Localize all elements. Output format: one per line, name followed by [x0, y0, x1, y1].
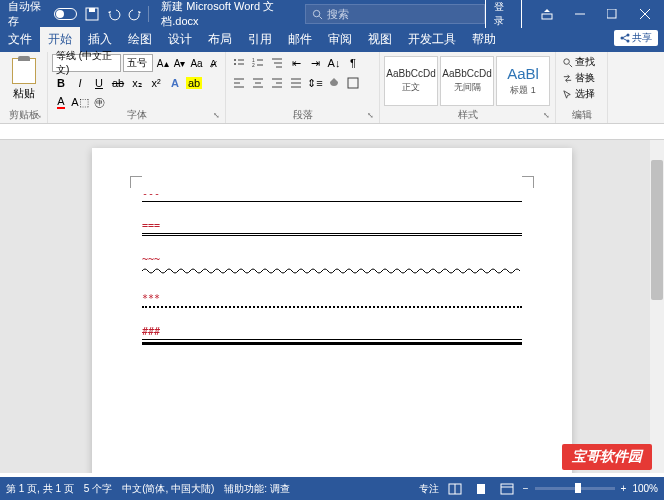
- text-effects-button[interactable]: A: [166, 74, 184, 92]
- sort-icon[interactable]: A↓: [325, 54, 343, 72]
- zoom-slider[interactable]: [535, 487, 615, 490]
- tab-view[interactable]: 视图: [360, 27, 400, 52]
- subscript-button[interactable]: x₂: [128, 74, 146, 92]
- hr-dotted: [142, 306, 522, 308]
- hr-double: [142, 233, 522, 236]
- group-label: 字体: [48, 108, 225, 122]
- paste-button[interactable]: 粘贴: [4, 54, 43, 101]
- justify-icon[interactable]: [287, 74, 305, 92]
- tab-draw[interactable]: 绘图: [120, 27, 160, 52]
- zoom-thumb[interactable]: [575, 483, 581, 493]
- svg-point-9: [621, 37, 624, 40]
- search-icon: [562, 57, 573, 68]
- tab-layout[interactable]: 布局: [200, 27, 240, 52]
- show-marks-icon[interactable]: ¶: [344, 54, 362, 72]
- group-paragraph: 12 ⇤ ⇥ A↓ ¶ ⇕≡ 段落 ⤡: [226, 52, 380, 123]
- undo-icon[interactable]: [104, 4, 123, 24]
- font-size-combo[interactable]: 五号: [123, 54, 153, 72]
- svg-point-11: [627, 40, 630, 43]
- dialog-launcher-icon[interactable]: ⤡: [213, 111, 223, 121]
- tab-review[interactable]: 审阅: [320, 27, 360, 52]
- print-layout-icon[interactable]: [471, 481, 491, 497]
- style-nospacing[interactable]: AaBbCcDd 无间隔: [440, 56, 494, 106]
- zoom-out-icon[interactable]: −: [523, 483, 529, 494]
- titlebar-center: 搜索: [305, 4, 485, 24]
- titlebar-left: 自动保存 新建 Microsoft Word 文档.docx: [0, 0, 305, 29]
- replace-button[interactable]: 替换: [560, 70, 603, 86]
- read-mode-icon[interactable]: [445, 481, 465, 497]
- share-button[interactable]: 共享: [614, 30, 658, 46]
- toggle-switch-icon: [54, 8, 77, 20]
- page[interactable]: --- === ~~~ *** ###: [92, 148, 572, 473]
- autosave-toggle[interactable]: 自动保存: [4, 0, 81, 29]
- document-area: --- === ~~~ *** ###: [0, 140, 664, 473]
- zoom-level[interactable]: 100%: [632, 483, 658, 494]
- superscript-button[interactable]: x²: [147, 74, 165, 92]
- save-icon[interactable]: [83, 4, 102, 24]
- find-button[interactable]: 查找: [560, 54, 603, 70]
- underline-button[interactable]: U: [90, 74, 108, 92]
- tab-help[interactable]: 帮助: [464, 27, 504, 52]
- search-input[interactable]: 搜索: [305, 4, 485, 24]
- ruler[interactable]: [0, 124, 664, 140]
- svg-rect-35: [348, 78, 358, 88]
- grow-font-icon[interactable]: A▴: [155, 54, 170, 72]
- word-count[interactable]: 5 个字: [84, 482, 112, 496]
- tab-developer[interactable]: 开发工具: [400, 27, 464, 52]
- bold-button[interactable]: B: [52, 74, 70, 92]
- dialog-launcher-icon[interactable]: ⤡: [543, 111, 553, 121]
- maximize-icon[interactable]: [597, 0, 627, 28]
- line-spacing-icon[interactable]: ⇕≡: [306, 74, 324, 92]
- style-heading1[interactable]: AaBl 标题 1: [496, 56, 550, 106]
- language-indicator[interactable]: 中文(简体, 中国大陆): [122, 482, 214, 496]
- bullets-icon[interactable]: [230, 54, 248, 72]
- tab-references[interactable]: 引用: [240, 27, 280, 52]
- svg-rect-40: [477, 484, 485, 494]
- italic-button[interactable]: I: [71, 74, 89, 92]
- tab-file[interactable]: 文件: [0, 27, 40, 52]
- vertical-scrollbar[interactable]: [650, 140, 664, 473]
- svg-rect-1: [89, 8, 95, 12]
- page-indicator[interactable]: 第 1 页, 共 1 页: [6, 482, 74, 496]
- svg-point-12: [234, 59, 236, 61]
- multilevel-list-icon[interactable]: [268, 54, 286, 72]
- tab-mailings[interactable]: 邮件: [280, 27, 320, 52]
- focus-mode[interactable]: 专注: [419, 482, 439, 496]
- shrink-font-icon[interactable]: A▾: [172, 54, 187, 72]
- ribbon-options-icon[interactable]: [532, 0, 562, 28]
- strikethrough-button[interactable]: ab: [109, 74, 127, 92]
- decrease-indent-icon[interactable]: ⇤: [287, 54, 305, 72]
- font-name-combo[interactable]: 等线 (中文正文): [52, 54, 121, 72]
- group-editing: 查找 替换 选择 编辑: [556, 52, 608, 123]
- group-label: 编辑: [556, 108, 607, 122]
- group-font: 等线 (中文正文) 五号 A▴ A▾ Aa A̷ B I U ab x₂ x² …: [48, 52, 226, 123]
- styles-gallery[interactable]: AaBbCcDd 正文 AaBbCcDd 无间隔 AaBl 标题 1: [384, 54, 551, 106]
- align-right-icon[interactable]: [268, 74, 286, 92]
- titlebar-right: 登录: [485, 0, 664, 31]
- zoom-in-icon[interactable]: +: [621, 483, 627, 494]
- select-button[interactable]: 选择: [560, 86, 603, 102]
- style-normal[interactable]: AaBbCcDd 正文: [384, 56, 438, 106]
- highlight-button[interactable]: ab: [185, 74, 203, 92]
- clear-format-icon[interactable]: A̷: [206, 54, 221, 72]
- dialog-launcher-icon[interactable]: ⤡: [35, 111, 45, 121]
- numbering-icon[interactable]: 12: [249, 54, 267, 72]
- align-left-icon[interactable]: [230, 74, 248, 92]
- increase-indent-icon[interactable]: ⇥: [306, 54, 324, 72]
- accessibility-indicator[interactable]: 辅助功能: 调查: [224, 482, 290, 496]
- redo-icon[interactable]: [125, 4, 144, 24]
- document-title: 新建 Microsoft Word 文档.docx: [161, 0, 305, 29]
- dialog-launcher-icon[interactable]: ⤡: [367, 111, 377, 121]
- svg-point-13: [234, 63, 236, 65]
- minimize-icon[interactable]: [565, 0, 595, 28]
- close-icon[interactable]: [630, 0, 660, 28]
- change-case-icon[interactable]: Aa: [189, 54, 204, 72]
- scroll-thumb[interactable]: [651, 160, 663, 300]
- web-layout-icon[interactable]: [497, 481, 517, 497]
- borders-icon[interactable]: [344, 74, 362, 92]
- align-center-icon[interactable]: [249, 74, 267, 92]
- svg-line-3: [319, 16, 322, 19]
- svg-line-37: [569, 64, 572, 67]
- tab-design[interactable]: 设计: [160, 27, 200, 52]
- shading-icon[interactable]: [325, 74, 343, 92]
